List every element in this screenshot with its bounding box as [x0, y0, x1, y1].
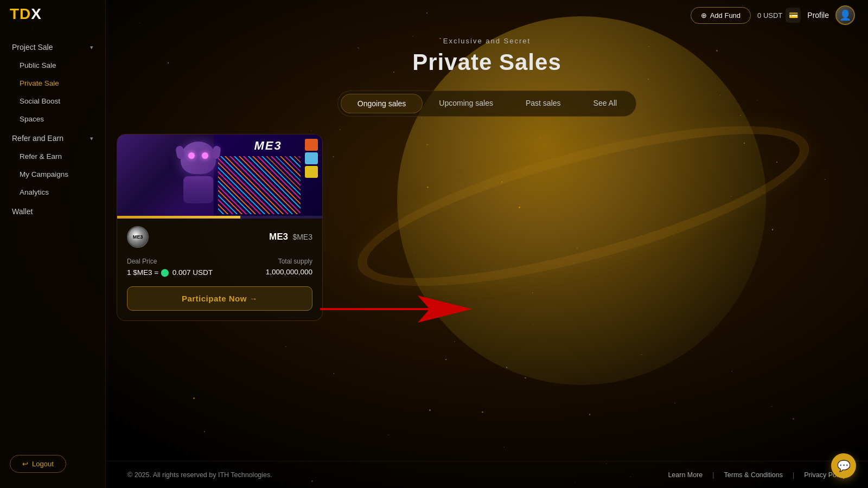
token-name-group: ME3 $ME3 — [269, 232, 312, 242]
sidebar-item-refer-earn-sub[interactable]: Refer & Earn — [0, 147, 105, 165]
token-logo: ME3 — [127, 226, 149, 248]
page-title: Private Sales — [412, 49, 561, 75]
robot-figure — [165, 142, 231, 212]
sidebar-item-wallet[interactable]: Wallet — [0, 202, 105, 221]
tab-ongoing-sales[interactable]: Ongoing sales — [341, 94, 423, 113]
deal-price-value: 1 $ME3 = ⬤ 0.007 USDT — [127, 268, 213, 277]
deal-price-label: Deal Price — [127, 258, 213, 265]
sidebar-item-social-boost[interactable]: Social Boost — [0, 92, 105, 110]
progress-bar — [117, 216, 322, 219]
sale-card-me3: ME3 ME3 — [117, 134, 323, 321]
main-content: Exclusive and Secret Private Sales Ongoi… — [106, 0, 868, 488]
card-image: ME3 — [117, 134, 322, 219]
wallet-icon[interactable]: 💳 — [786, 8, 801, 23]
color-block-blue — [305, 152, 318, 164]
footer-link-learn-more[interactable]: Learn More — [668, 471, 703, 479]
sidebar-logout-section: ↩ Logout — [10, 455, 66, 473]
token-name: ME3 — [269, 232, 288, 242]
nft-title: ME3 — [218, 139, 318, 153]
avatar[interactable]: 👤 — [835, 5, 855, 25]
page-title-area: Exclusive and Secret Private Sales — [412, 37, 561, 75]
sidebar-item-private-sale[interactable]: Private Sale — [0, 74, 105, 92]
sidebar-item-public-sale[interactable]: Public Sale — [0, 56, 105, 74]
header: ⊕ Add Fund 0 USDT 💳 Profile 👤 — [106, 0, 868, 30]
nav-section-wallet: Wallet — [0, 202, 105, 221]
chat-icon: 💬 — [837, 459, 851, 472]
tab-upcoming-sales[interactable]: Upcoming sales — [423, 94, 509, 113]
chat-support-button[interactable]: 💬 — [831, 453, 856, 478]
sidebar-item-refer-earn[interactable]: Refer and Earn ▾ — [0, 129, 105, 147]
logout-button[interactable]: ↩ Logout — [10, 455, 66, 473]
total-supply-value: 1,000,000,000 — [266, 268, 312, 276]
token-ticker: $ME3 — [292, 233, 312, 241]
footer-links: Learn More | Terms & Conditions | Privac… — [668, 471, 846, 479]
tab-past-sales[interactable]: Past sales — [509, 94, 577, 113]
profile-label: Profile — [807, 11, 829, 20]
plus-icon: ⊕ — [701, 11, 707, 20]
progress-fill — [117, 216, 240, 219]
card-body: ME3 ME3 $ME3 Deal Price 1 $ME3 = ⬤ 0.007… — [117, 219, 322, 320]
participate-now-button[interactable]: Participate Now → — [127, 286, 312, 311]
sidebar-item-project-sale[interactable]: Project Sale ▾ — [0, 38, 105, 56]
color-block-yellow — [305, 166, 318, 178]
total-supply-section: Total supply 1,000,000,000 — [266, 258, 312, 277]
tabs-row: Ongoing sales Upcoming sales Past sales … — [337, 91, 636, 117]
nav-section-project: Project Sale ▾ Public Sale Private Sale … — [0, 38, 105, 128]
card-details: Deal Price 1 $ME3 = ⬤ 0.007 USDT Total s… — [127, 258, 312, 277]
footer-link-terms[interactable]: Terms & Conditions — [724, 471, 783, 479]
nav-section-refer: Refer and Earn ▾ Refer & Earn My Campaig… — [0, 129, 105, 201]
app-logo[interactable]: TDX — [10, 5, 42, 23]
page-subtitle: Exclusive and Secret — [412, 37, 561, 45]
logout-icon: ↩ — [22, 460, 28, 468]
sidebar-item-my-campaigns[interactable]: My Campaigns — [0, 165, 105, 183]
add-fund-button[interactable]: ⊕ Add Fund — [691, 7, 751, 24]
total-supply-label: Total supply — [266, 258, 312, 265]
color-block-orange — [305, 139, 318, 151]
sidebar-item-analytics[interactable]: Analytics — [0, 183, 105, 201]
sidebar-item-spaces[interactable]: Spaces — [0, 110, 105, 128]
tab-see-all[interactable]: See All — [577, 94, 634, 113]
sidebar: Project Sale ▾ Public Sale Private Sale … — [0, 0, 106, 488]
deal-price-section: Deal Price 1 $ME3 = ⬤ 0.007 USDT — [127, 258, 213, 277]
chevron-down-icon: ▾ — [90, 44, 93, 51]
card-area: ME3 ME3 — [106, 134, 868, 321]
usdt-balance: 0 USDT 💳 — [757, 8, 801, 23]
footer-copyright: © 2025. All rights reserved by ITH Techn… — [127, 471, 272, 479]
nft-color-blocks — [305, 139, 318, 178]
chevron-down-icon: ▾ — [90, 135, 93, 142]
token-row: ME3 ME3 $ME3 — [127, 226, 312, 248]
footer: © 2025. All rights reserved by ITH Techn… — [106, 461, 868, 488]
